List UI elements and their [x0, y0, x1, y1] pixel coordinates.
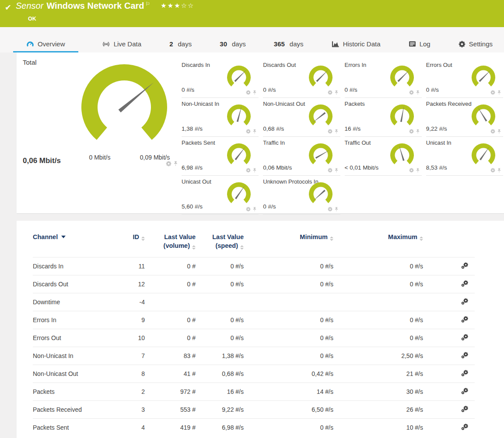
pin-icon[interactable]: [173, 161, 178, 166]
tab-live-data[interactable]: Live Data: [98, 37, 146, 52]
cell-speed: [198, 293, 246, 311]
gauge-cell-discards-in[interactable]: Discards In0 #/s: [182, 59, 259, 98]
gauge-value: 0 #/s: [263, 87, 276, 93]
pin-icon[interactable]: [252, 129, 257, 134]
gear-icon[interactable]: [328, 129, 332, 134]
pin-icon[interactable]: [497, 90, 501, 95]
gauge-dial: [388, 103, 416, 130]
gauge-cell-errors-out[interactable]: Errors Out0 #/s: [426, 59, 503, 98]
tab-30-days[interactable]: 30days: [215, 37, 250, 52]
sort-toggle-icon[interactable]: [330, 236, 333, 241]
double-gear-icon[interactable]: [461, 370, 469, 377]
gauge-cell-packets-received[interactable]: Packets Received9,22 #/s: [426, 98, 503, 137]
gear-icon[interactable]: [246, 90, 251, 95]
gear-icon[interactable]: [490, 90, 495, 95]
gear-icon[interactable]: [246, 129, 251, 134]
gear-icon[interactable]: [409, 129, 414, 134]
column-header-id[interactable]: ID: [128, 233, 147, 257]
pin-icon[interactable]: [416, 90, 420, 95]
table-row: Non-Unicast Out841 #0,68 #/s0,42 #/s21 #…: [33, 365, 475, 383]
cell-volume: 83 #: [147, 347, 198, 365]
gear-icon[interactable]: [328, 168, 332, 173]
tab-2-days[interactable]: 2days: [165, 37, 196, 52]
pin-icon[interactable]: [334, 129, 339, 134]
column-header-last-value[interactable]: Last Value(speed): [198, 233, 246, 257]
table-row: Non-Unicast In783 #1,38 #/s0 #/s2,50 #/s: [33, 347, 475, 365]
gear-icon[interactable]: [409, 168, 414, 173]
cell-volume: 0 #: [147, 275, 198, 293]
gear-icon[interactable]: [246, 168, 251, 173]
gear-icon[interactable]: [166, 161, 172, 167]
gauge-label: Traffic In: [263, 139, 285, 146]
column-header-channel[interactable]: Channel: [33, 233, 128, 257]
tab-label: days: [178, 40, 192, 48]
pin-icon[interactable]: [252, 90, 257, 95]
gear-icon[interactable]: [328, 90, 332, 95]
gauge-dial: [470, 142, 497, 169]
pin-icon[interactable]: [252, 168, 257, 173]
double-gear-icon[interactable]: [461, 298, 469, 305]
sort-toggle-icon[interactable]: [420, 236, 423, 241]
pin-icon[interactable]: [252, 207, 257, 212]
double-gear-icon[interactable]: [461, 352, 469, 359]
total-gauge-value: 0,06 Mbit/s: [23, 156, 61, 165]
column-header-maximum[interactable]: Maximum: [336, 233, 426, 257]
cell-max: 10 #/s: [336, 419, 426, 437]
gear-icon[interactable]: [246, 207, 251, 212]
gauge-cell-unicast-out[interactable]: Unicast Out5,60 #/s: [182, 176, 259, 215]
gauge-cell-traffic-out[interactable]: Traffic Out< 0,01 Mbit/s: [345, 137, 422, 176]
sort-toggle-icon[interactable]: [192, 245, 196, 250]
pin-icon[interactable]: [497, 129, 501, 134]
gear-icon[interactable]: [490, 168, 495, 173]
cell-min: 0 #/s: [246, 257, 336, 275]
gauge-dial: [307, 64, 334, 91]
column-header-settings: [426, 233, 475, 257]
double-gear-icon[interactable]: [461, 334, 469, 341]
double-gear-icon[interactable]: [461, 316, 469, 323]
tab-settings[interactable]: Settings: [454, 37, 497, 52]
double-gear-icon[interactable]: [461, 262, 469, 269]
gauge-cell-non-unicast-in[interactable]: Non-Unicast In1,38 #/s: [182, 98, 259, 137]
pin-icon[interactable]: [497, 168, 501, 173]
column-header-minimum[interactable]: Minimum: [246, 233, 336, 257]
gauge-cell-traffic-in[interactable]: Traffic In0,06 Mbit/s: [263, 137, 340, 176]
priority-flag-icon[interactable]: ⚐: [146, 1, 150, 7]
table-row: Errors In90 #0 #/s0 #/s0 #/s: [33, 311, 475, 329]
gauge-dial: [307, 181, 334, 208]
gauge-cell-unicast-in[interactable]: Unicast In8,53 #/s: [426, 137, 503, 176]
gear-icon[interactable]: [409, 90, 414, 95]
double-gear-icon[interactable]: [461, 406, 469, 413]
gauge-value: 5,60 #/s: [182, 203, 203, 210]
tab-365-days[interactable]: 365days: [270, 37, 308, 52]
gauge-label: Packets: [345, 101, 365, 107]
cell-max: 0 #/s: [336, 311, 426, 329]
gauge-cell-unknown-protocols-in[interactable]: Unknown Protocols In0 #/s: [263, 176, 340, 215]
pin-icon[interactable]: [334, 90, 339, 95]
tab-historic-data[interactable]: Historic Data: [327, 37, 385, 52]
double-gear-icon[interactable]: [461, 424, 469, 431]
double-gear-icon[interactable]: [461, 280, 469, 287]
column-header-last-value[interactable]: Last Value(volume): [147, 233, 198, 257]
pin-icon[interactable]: [416, 129, 420, 134]
gauge-cell-packets[interactable]: Packets16 #/s: [345, 98, 422, 137]
cell-max: 0 #/s: [336, 257, 426, 275]
priority-stars[interactable]: ★★★☆☆: [161, 2, 194, 9]
tab-log[interactable]: Log: [404, 37, 435, 52]
sort-toggle-icon[interactable]: [240, 245, 244, 250]
table-row: Downtime-4: [33, 293, 475, 311]
sort-toggle-icon[interactable]: [141, 236, 145, 241]
gauges-panel: Total 0 Mbit/s 0,09 Mbit/s 0,06 Mbit/s D…: [17, 52, 504, 214]
tab-label: Live Data: [114, 40, 141, 48]
tab-overview[interactable]: Overview: [13, 37, 78, 52]
pin-icon[interactable]: [334, 207, 339, 212]
gauge-cell-discards-out[interactable]: Discards Out0 #/s: [263, 59, 340, 98]
pin-icon[interactable]: [416, 168, 420, 173]
gear-icon[interactable]: [328, 207, 332, 212]
sort-desc-icon[interactable]: [61, 236, 66, 238]
double-gear-icon[interactable]: [461, 388, 469, 395]
gauge-cell-packets-sent[interactable]: Packets Sent6,98 #/s: [182, 137, 259, 176]
gear-icon[interactable]: [490, 129, 495, 134]
gauge-cell-non-unicast-out[interactable]: Non-Unicast Out0,68 #/s: [263, 98, 340, 137]
pin-icon[interactable]: [334, 168, 339, 173]
gauge-cell-errors-in[interactable]: Errors In0 #/s: [345, 59, 422, 98]
